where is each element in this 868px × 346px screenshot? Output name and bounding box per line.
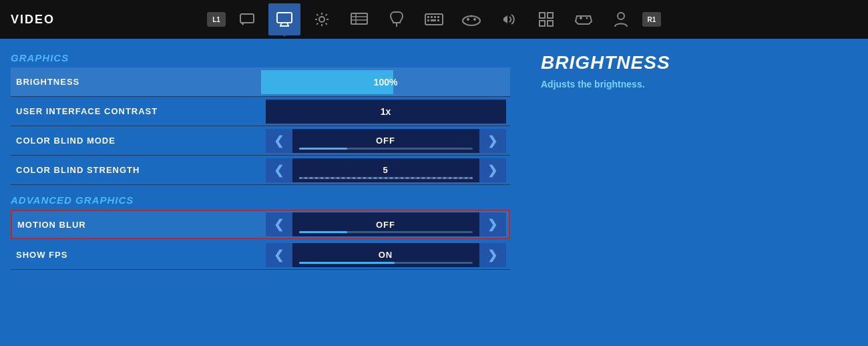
svg-rect-28	[548, 21, 553, 26]
svg-rect-27	[539, 21, 545, 26]
color-blind-strength-right-arrow[interactable]: ❯	[479, 158, 506, 182]
color-blind-mode-row[interactable]: COLOR BLIND MODE ❮ OFF ❯	[11, 126, 510, 156]
svg-rect-17	[431, 19, 436, 21]
color-blind-mode-value-box: OFF	[292, 129, 479, 153]
color-blind-strength-value: 5	[383, 165, 388, 175]
motion-blur-left-arrow[interactable]: ❮	[266, 212, 292, 236]
color-blind-mode-right-arrow[interactable]: ❯	[479, 129, 506, 153]
top-bar: VIDEO L1	[0, 0, 868, 39]
color-blind-strength-fill	[299, 177, 473, 179]
ui-contrast-control: 1x	[261, 100, 510, 124]
show-fps-track	[299, 262, 473, 264]
color-blind-mode-arrow-control: ❮ OFF ❯	[266, 129, 506, 153]
ui-contrast-label: USER INTERFACE CONTRAST	[11, 106, 261, 116]
grid-nav-icon[interactable]	[530, 3, 562, 35]
show-fps-right-arrow[interactable]: ❯	[479, 243, 506, 267]
color-blind-strength-track	[299, 177, 473, 179]
brightness-row[interactable]: BRIGHTNESS 100%	[11, 67, 510, 97]
color-blind-mode-label: COLOR BLIND MODE	[11, 136, 261, 146]
svg-point-32	[618, 13, 624, 19]
nav-icons: L1	[207, 3, 661, 35]
svg-point-19	[463, 16, 480, 25]
touch-nav-icon[interactable]	[381, 3, 413, 35]
motion-blur-fill	[299, 231, 348, 233]
nav-badge-l1: L1	[207, 12, 226, 27]
motion-blur-track	[299, 231, 473, 233]
color-blind-strength-value-box: 5	[292, 158, 479, 182]
right-panel: BRIGHTNESS Adjusts the brightness.	[521, 39, 868, 346]
color-blind-mode-fill	[299, 148, 348, 150]
color-blind-mode-left-arrow[interactable]: ❮	[266, 129, 292, 153]
main-content: GRAPHICS BRIGHTNESS 100% USER INTERFACE …	[0, 39, 868, 346]
color-blind-mode-track	[299, 148, 473, 150]
svg-rect-25	[539, 13, 545, 18]
svg-point-23	[471, 15, 473, 17]
svg-rect-6	[351, 13, 367, 24]
show-fps-row[interactable]: SHOW FPS ❮ ON ❯	[11, 240, 510, 270]
svg-point-20	[473, 18, 476, 21]
speaker-nav-icon[interactable]	[493, 3, 525, 35]
motion-blur-value: OFF	[376, 220, 395, 230]
motion-blur-label: MOTION BLUR	[12, 220, 262, 230]
show-fps-value-box: ON	[292, 243, 479, 267]
show-fps-arrow-control: ❮ ON ❯	[266, 243, 506, 267]
profile-nav-icon[interactable]	[605, 3, 637, 35]
brightness-control: 100%	[261, 70, 510, 94]
color-blind-strength-row[interactable]: COLOR BLIND STRENGTH ❮ 5 ❯	[11, 156, 510, 185]
keyboard-nav-icon[interactable]	[418, 3, 450, 35]
svg-rect-26	[548, 13, 553, 18]
left-panel: GRAPHICS BRIGHTNESS 100% USER INTERFACE …	[0, 39, 521, 346]
graphics-section-title: GRAPHICS	[11, 52, 510, 63]
svg-rect-0	[240, 14, 254, 23]
show-fps-label: SHOW FPS	[11, 250, 261, 260]
svg-rect-12	[427, 16, 429, 18]
svg-marker-24	[503, 15, 507, 23]
svg-rect-16	[427, 19, 429, 21]
svg-rect-15	[437, 16, 439, 18]
motion-blur-value-box: OFF	[292, 212, 479, 236]
controller-nav-icon[interactable]	[568, 3, 600, 35]
monitor-nav-icon[interactable]	[268, 3, 300, 35]
color-blind-mode-value: OFF	[376, 136, 395, 146]
page-title: VIDEO	[11, 13, 55, 27]
color-blind-strength-label: COLOR BLIND STRENGTH	[11, 165, 261, 175]
color-blind-strength-control: ❮ 5 ❯	[261, 158, 510, 182]
brightness-bar: 100%	[261, 70, 510, 94]
svg-rect-18	[437, 19, 439, 21]
info-panel-description: Adjusts the brightness.	[541, 79, 848, 90]
color-blind-strength-arrow-control: ❮ 5 ❯	[266, 158, 506, 182]
ui-contrast-row[interactable]: USER INTERFACE CONTRAST 1x	[11, 97, 510, 126]
contrast-value: 1x	[266, 106, 506, 117]
contrast-value-box: 1x	[266, 100, 506, 124]
gear-nav-icon[interactable]	[306, 3, 338, 35]
brightness-value: 100%	[261, 77, 510, 88]
motion-blur-control: ❮ OFF ❯	[262, 212, 509, 236]
svg-point-5	[319, 17, 324, 22]
svg-rect-1	[277, 13, 292, 23]
info-panel-title: BRIGHTNESS	[541, 52, 848, 73]
show-fps-left-arrow[interactable]: ❮	[266, 243, 292, 267]
display-nav-icon[interactable]	[343, 3, 375, 35]
motion-blur-arrow-control: ❮ OFF ❯	[266, 212, 506, 236]
brightness-label: BRIGHTNESS	[11, 77, 261, 87]
show-fps-value: ON	[379, 250, 393, 260]
show-fps-fill	[299, 262, 395, 264]
color-blind-strength-left-arrow[interactable]: ❮	[266, 158, 292, 182]
motion-blur-right-arrow[interactable]: ❯	[479, 212, 506, 236]
nav-badge-r1: R1	[642, 12, 661, 27]
svg-point-31	[586, 17, 588, 19]
chat-nav-icon[interactable]	[231, 3, 263, 35]
color-blind-mode-control: ❮ OFF ❯	[261, 129, 510, 153]
svg-rect-13	[431, 16, 433, 18]
svg-rect-14	[434, 16, 436, 18]
motion-blur-row[interactable]: MOTION BLUR ❮ OFF ❯	[11, 210, 510, 239]
show-fps-control: ❮ ON ❯	[261, 243, 510, 267]
advanced-graphics-section-title: ADVANCED GRAPHICS	[11, 194, 510, 206]
gamepad-nav-icon[interactable]	[455, 3, 487, 35]
